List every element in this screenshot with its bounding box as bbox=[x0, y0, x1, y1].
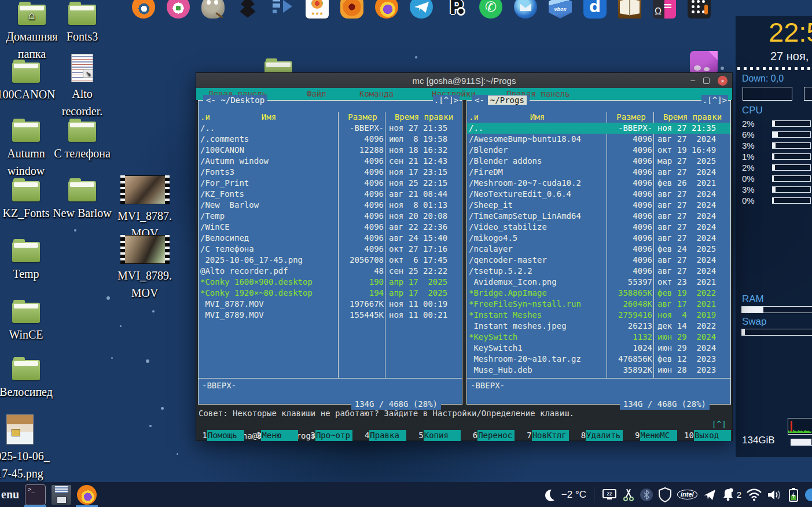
sort-mark[interactable]: .и bbox=[200, 112, 210, 123]
file-row[interactable]: KeySwitch1 1024 июн 29 2024 bbox=[467, 343, 730, 354]
file-row[interactable]: /Temp 4096 ноя 20 20:08 bbox=[199, 211, 462, 222]
photos-icon[interactable] bbox=[306, 0, 329, 19]
wifi-icon[interactable] bbox=[747, 488, 762, 501]
sort-mark[interactable]: .и bbox=[469, 112, 479, 123]
whatsapp-icon[interactable] bbox=[479, 0, 502, 19]
notifications-bell-icon[interactable] bbox=[722, 488, 734, 502]
col-size[interactable]: Размер bbox=[339, 112, 386, 123]
telegram-tray-icon[interactable] bbox=[703, 488, 717, 502]
desktop-icon-s-telefona[interactable]: С телефона bbox=[50, 118, 114, 162]
col-mtime[interactable]: Время правки bbox=[655, 112, 730, 123]
shield-icon[interactable] bbox=[658, 487, 672, 502]
battery-icon[interactable] bbox=[787, 487, 800, 502]
file-row[interactable]: *FreeFileSyn~nstall.run 26048K авг 17 20… bbox=[467, 299, 730, 310]
desktop-icon-fonts3[interactable]: Fonts3 bbox=[50, 1, 114, 45]
calc-icon[interactable] bbox=[688, 0, 711, 19]
swirl-icon[interactable] bbox=[340, 0, 363, 19]
desktop-icon-temp[interactable]: Temp bbox=[0, 238, 58, 282]
file-row[interactable]: /Video_stabilize 4096 авг 27 2024 bbox=[467, 222, 730, 233]
menu-button[interactable]: enu bbox=[1, 488, 19, 501]
desktop-icon-100canon[interactable]: 100CANON bbox=[0, 59, 58, 103]
file-row[interactable]: /New Barlow 4096 ноя 8 01:13 bbox=[199, 200, 462, 211]
file-row[interactable]: /AwesomeBump~buntu18.04 4096 авг 27 2024 bbox=[467, 134, 730, 145]
file-row[interactable]: *Bridge.AppImage 358865K фев 19 2022 bbox=[467, 288, 730, 299]
file-row[interactable]: /mikogo4.5 4096 авг 27 2024 bbox=[467, 233, 730, 244]
book-icon[interactable] bbox=[618, 0, 641, 19]
file-row[interactable]: /Meshroom-20~7-cuda10.2 4096 фев 26 2021 bbox=[467, 178, 730, 189]
blender-icon[interactable] bbox=[132, 0, 155, 19]
file-row[interactable]: Instant meshes.jpeg 26213 дек 14 2022 bbox=[467, 321, 730, 332]
file-row[interactable]: *Conky 1920×~80.desktop 194 апр 17 2025 bbox=[199, 288, 462, 299]
col-name[interactable]: Имя bbox=[199, 112, 339, 123]
desktop-icon-autumn-window[interactable]: Autumnwindow bbox=[0, 118, 58, 179]
function-key[interactable]: 9 МенюМС bbox=[630, 430, 677, 441]
firefox-taskbar-button[interactable] bbox=[77, 485, 97, 505]
function-key[interactable]: 6 Перенос bbox=[468, 430, 515, 441]
file-row[interactable]: /Blender 4096 окт 19 16:49 bbox=[467, 145, 730, 156]
file-row[interactable]: /.comments 4096 июл 8 19:58 bbox=[199, 134, 462, 145]
gimp-icon[interactable] bbox=[201, 0, 225, 19]
desktop-icon-kz-fonts[interactable]: KZ_Fonts bbox=[0, 178, 58, 222]
col-size[interactable]: Размер bbox=[608, 112, 655, 123]
file-row[interactable]: *Conky 1600×900.desktop 190 апр 17 2025 bbox=[199, 277, 462, 288]
menu-file[interactable]: Файл bbox=[307, 88, 326, 100]
bluetooth-icon[interactable] bbox=[640, 488, 653, 501]
close-button[interactable]: ✕ bbox=[718, 76, 728, 86]
math-icon[interactable] bbox=[653, 0, 676, 19]
night-mode-icon[interactable] bbox=[542, 488, 556, 502]
file-row[interactable]: *KeySwitch 1132 июн 29 2024 bbox=[467, 332, 730, 343]
file-row[interactable]: MVI_8787.MOV 197667K ноя 11 00:19 bbox=[199, 299, 462, 310]
left-panel-path[interactable]: <- ~/Desktop bbox=[203, 95, 267, 106]
vbox-icon[interactable] bbox=[549, 0, 572, 19]
blender2-icon[interactable] bbox=[167, 0, 190, 19]
menu-command[interactable]: Команда bbox=[359, 88, 394, 100]
file-row[interactable]: Muse_Hub.deb 35892K июн 28 2023 bbox=[467, 365, 730, 376]
tray-overflow-icon[interactable] bbox=[805, 488, 812, 501]
command-line[interactable]: gosha@911S:~/Progs$ [^] bbox=[199, 419, 730, 430]
file-row[interactable]: /Autumn window 4096 сен 21 12:43 bbox=[199, 156, 462, 167]
file-row[interactable]: /.. -ВВЕРХ- ноя 27 21:35 bbox=[467, 123, 730, 134]
file-row[interactable]: /For_Print 4096 ноя 25 22:15 bbox=[199, 178, 462, 189]
file-row[interactable]: /KZ_Fonts 4096 авг 21 08:44 bbox=[199, 189, 462, 200]
inkscape-icon[interactable] bbox=[236, 0, 259, 19]
file-row[interactable]: Meshroom-20~a10.tar.gz 476856K фев 12 20… bbox=[467, 354, 730, 365]
file-row[interactable]: /TimeCampSetup_LinAmd64 4096 авг 27 2024 bbox=[467, 211, 730, 222]
psearch-icon[interactable] bbox=[444, 0, 468, 19]
desktop-icon-png[interactable]: 2025-10-06_17-45.png bbox=[0, 414, 52, 482]
file-row[interactable]: /tsetup.5.2.2 4096 авг 27 2024 bbox=[467, 266, 730, 277]
file-row[interactable]: @Alto recorder.pdf 48 сен 25 22:22 bbox=[199, 266, 462, 277]
minimize-button[interactable]: – bbox=[690, 73, 695, 88]
intel-icon[interactable]: intel bbox=[677, 490, 697, 499]
file-row[interactable]: /Blender addons 4096 мар 27 2025 bbox=[467, 156, 730, 167]
right-panel-corner[interactable]: .[^]> bbox=[701, 95, 728, 106]
terminal-taskbar-button[interactable] bbox=[25, 484, 46, 505]
file-row[interactable]: MVI_8789.MOV 155445K ноя 11 00:21 bbox=[199, 310, 462, 321]
file-row[interactable]: /100CANON 12288 ноя 18 16:32 bbox=[199, 145, 462, 156]
volume-icon[interactable] bbox=[767, 488, 782, 502]
file-row[interactable]: /FireDM 4096 авг 27 2024 bbox=[467, 167, 730, 178]
telegram-icon[interactable] bbox=[410, 0, 433, 19]
right-panel-path[interactable]: <-~/Progs bbox=[472, 95, 530, 106]
function-key[interactable]: 5 Копия bbox=[414, 430, 461, 441]
firefox-icon[interactable] bbox=[375, 0, 398, 19]
function-key[interactable]: 4 Правка bbox=[359, 430, 406, 441]
desktop-icon-new-barlow[interactable]: New Barlow bbox=[50, 178, 114, 222]
file-row[interactable]: 2025-10-06_17-45.png 2056708 окт 6 17:45 bbox=[199, 255, 462, 266]
desktop-icon-velosiped[interactable]: Велосипед bbox=[0, 357, 58, 401]
kdenlive-icon[interactable] bbox=[271, 0, 294, 19]
desktop-icon-mvi8787[interactable]: MVI_8787.MOV bbox=[113, 175, 177, 242]
titlebar[interactable]: mc [gosha@911S]:~/Progs – ✕ bbox=[196, 73, 732, 88]
file-row[interactable]: /WinCE 4096 авг 22 22:36 bbox=[199, 222, 462, 233]
function-key[interactable]: 8 Удалить bbox=[576, 430, 623, 441]
file-row[interactable]: /С телефона 4096 окт 27 17:16 bbox=[199, 244, 462, 255]
file-row[interactable]: /qencoder-master 4096 авг 27 2024 bbox=[467, 255, 730, 266]
function-key[interactable]: 2 Меню bbox=[251, 430, 298, 441]
col-mtime[interactable]: Время правки bbox=[386, 112, 462, 123]
scissors-icon[interactable] bbox=[622, 488, 635, 502]
save-floppy-taskbar-button[interactable] bbox=[52, 485, 71, 505]
file-row[interactable]: /Fonts3 4096 ноя 17 23:15 bbox=[199, 167, 462, 178]
temperature-label[interactable]: −2 °C bbox=[561, 489, 586, 501]
function-key[interactable]: 1 Помощь bbox=[197, 430, 244, 441]
file-row[interactable]: *Instant Meshes 2759416 ноя 4 2019 bbox=[467, 310, 730, 321]
col-name[interactable]: Имя bbox=[467, 112, 608, 123]
